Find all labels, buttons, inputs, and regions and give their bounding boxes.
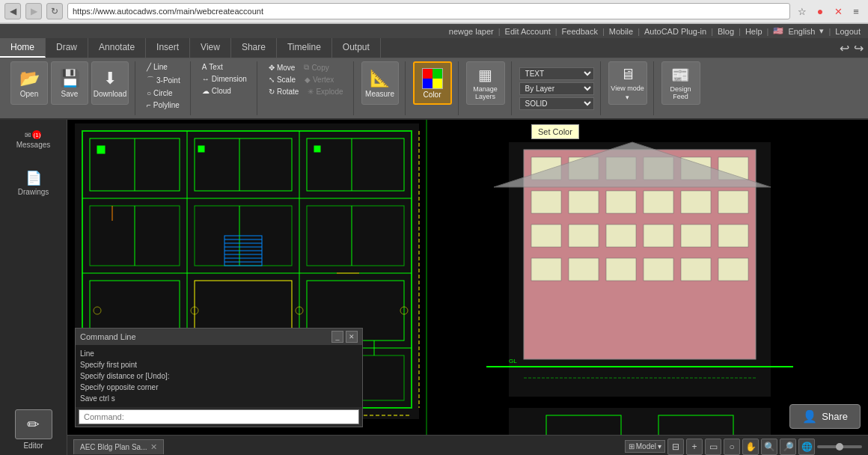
explode-icon: ✳	[308, 88, 314, 96]
back-button[interactable]: ◀	[4, 3, 21, 19]
bottom-tab-aec[interactable]: AEC Bldg Plan Sa... ✕	[73, 439, 164, 454]
circle-button[interactable]: ○ Circle	[143, 88, 177, 99]
zoom-in-button[interactable]: 🔎	[780, 439, 796, 455]
bottom-tb-btn-4[interactable]: ○	[724, 439, 740, 455]
dimension-button[interactable]: ↔ Dimension	[198, 73, 251, 85]
move-button[interactable]: ✥ Move	[265, 62, 299, 73]
layer-by-select[interactable]: By Layer	[519, 82, 594, 95]
menu-icon[interactable]: ≡	[849, 4, 864, 19]
star-icon[interactable]: ☆	[795, 4, 810, 19]
language-dropdown-icon[interactable]: ▾	[819, 26, 824, 36]
canvas-area[interactable]: GL Set Color	[67, 120, 868, 455]
rotate-button[interactable]: ↻ Rotate	[265, 86, 302, 97]
polyline-button[interactable]: ⌐ Polyline	[143, 100, 183, 111]
address-bar[interactable]	[67, 3, 790, 19]
share-button[interactable]: 👤 Share	[789, 404, 861, 429]
svg-rect-64	[644, 225, 673, 247]
logout-link[interactable]: Logout	[835, 27, 861, 36]
open-button[interactable]: 📂 Open	[10, 61, 48, 105]
tab-home[interactable]: Home	[0, 38, 46, 58]
layer-controls-group: TEXT By Layer SOLID	[513, 61, 601, 115]
three-point-button[interactable]: ⌒ 3-Point	[143, 73, 184, 87]
measure-icon: 📐	[370, 69, 390, 88]
bottom-tb-btn-2[interactable]: +	[686, 439, 703, 455]
explode-button[interactable]: ✳ Explode	[304, 86, 346, 97]
mobile-link[interactable]: Mobile	[609, 27, 633, 36]
manage-layers-button[interactable]: ▦ Manage Layers	[466, 61, 505, 105]
line-button[interactable]: ╱ Line	[143, 61, 171, 73]
zoom-slider[interactable]	[817, 445, 862, 448]
command-minimize-button[interactable]: _	[331, 331, 343, 343]
circle-icon: ○	[147, 89, 151, 97]
measure-group: 📐 Measure	[355, 61, 406, 115]
tab-view[interactable]: View	[190, 38, 231, 58]
cmd-line-3: Specify opposite corner	[80, 382, 358, 393]
left-sidebar: ✉ (1) Messages 📄 Drawings ✏ Editor	[0, 120, 67, 455]
undo-button[interactable]: ↩	[840, 41, 849, 55]
forward-button[interactable]: ▶	[25, 3, 42, 19]
download-icon: ⬇	[103, 69, 117, 88]
flag-icon: 🇺🇸	[773, 26, 783, 36]
svg-rect-66	[718, 225, 748, 247]
redo-button[interactable]: ↪	[854, 41, 864, 55]
line-icon: ╱	[147, 63, 151, 71]
help-link[interactable]: Help	[745, 27, 762, 36]
model-selector[interactable]: ⊞ Model ▾	[625, 440, 665, 453]
layer-type-select[interactable]: TEXT	[519, 67, 594, 80]
svg-rect-63	[606, 225, 636, 247]
blog-link[interactable]: Blog	[718, 27, 734, 36]
command-line-title: Command Line	[80, 332, 136, 341]
tab-output[interactable]: Output	[332, 38, 381, 58]
svg-rect-36	[198, 146, 204, 152]
message-badge: (1)	[32, 130, 41, 139]
bottom-tb-btn-5[interactable]: ✋	[742, 439, 759, 455]
open-icon: 📂	[19, 69, 40, 88]
command-input[interactable]	[79, 409, 359, 424]
measure-button[interactable]: 📐 Measure	[361, 61, 399, 105]
copy-button[interactable]: ⧉ Copy	[300, 61, 332, 73]
scale-icon: ⤡	[269, 76, 275, 84]
globe-button[interactable]: 🌐	[798, 439, 815, 455]
feedback-link[interactable]: Feedback	[562, 27, 598, 36]
zoom-out-button[interactable]: 🔍	[761, 439, 777, 455]
tab-annotate[interactable]: Annotate	[88, 38, 146, 58]
sidebar-item-drawings[interactable]: 📄 Drawings	[15, 167, 52, 199]
cmd-line-4: Save ctrl s	[80, 393, 358, 404]
tab-draw[interactable]: Draw	[46, 38, 88, 58]
design-feed-button[interactable]: 📰 Design Feed	[661, 61, 700, 105]
autocad-plugin-link[interactable]: AutoCAD Plug-in	[644, 27, 706, 36]
text-icon: A	[202, 63, 207, 71]
tab-share[interactable]: Share	[231, 38, 277, 58]
command-close-button[interactable]: ✕	[346, 331, 358, 343]
text-button[interactable]: A Text	[198, 61, 227, 73]
rotate-icon: ↻	[269, 88, 275, 96]
view-mode-button[interactable]: 🖥 View mode ▾	[608, 61, 647, 105]
tab-timeline[interactable]: Timeline	[277, 38, 332, 58]
editor-icon: ✏	[15, 409, 52, 439]
bookmark-icon[interactable]: ●	[813, 4, 828, 19]
vertex-button[interactable]: ◆ Vertex	[301, 74, 337, 85]
stop-icon[interactable]: ✕	[831, 4, 846, 19]
svg-rect-57	[606, 191, 636, 213]
save-button[interactable]: 💾 Save	[51, 61, 88, 105]
refresh-button[interactable]: ↻	[46, 3, 63, 19]
scale-button[interactable]: ⤡ Scale	[265, 74, 299, 85]
dimension-icon: ↔	[202, 75, 210, 83]
message-icon: ✉	[25, 131, 31, 139]
download-button[interactable]: ⬇ Download	[91, 61, 129, 105]
bottom-tb-btn-3[interactable]: ▭	[705, 439, 721, 455]
color-button[interactable]: Color	[413, 61, 452, 105]
tab-insert[interactable]: Insert	[146, 38, 190, 58]
sidebar-item-messages[interactable]: ✉ (1) Messages	[13, 127, 54, 152]
svg-rect-59	[681, 191, 711, 213]
bottom-tb-btn-1[interactable]: ⊟	[667, 439, 684, 455]
language-select[interactable]: English	[788, 27, 815, 36]
tab-close-icon[interactable]: ✕	[150, 442, 157, 452]
view-mode-dropdown-icon[interactable]: ▾	[626, 94, 629, 101]
edit-account-link[interactable]: Edit Account	[505, 27, 551, 36]
cloud-button[interactable]: ☁ Cloud	[198, 85, 235, 97]
command-output: Line Specify first point Specify distanc…	[76, 345, 362, 407]
solid-select[interactable]: SOLID	[519, 97, 594, 110]
sidebar-item-editor[interactable]: ✏ Editor	[15, 409, 52, 450]
view-mode-icon: 🖥	[620, 66, 635, 83]
